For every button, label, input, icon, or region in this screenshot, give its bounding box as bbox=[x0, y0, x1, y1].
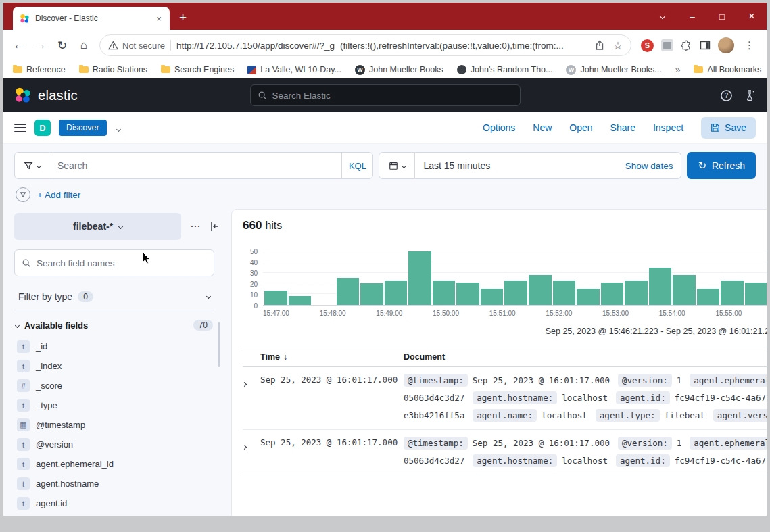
field-type-icon: t bbox=[17, 340, 30, 353]
field-item[interactable]: tagent.name bbox=[14, 513, 220, 516]
space-badge[interactable]: D bbox=[34, 120, 51, 136]
available-fields-count: 70 bbox=[193, 320, 213, 331]
global-search-input[interactable] bbox=[272, 91, 513, 101]
field-name-badge: @timestamp: bbox=[404, 374, 468, 387]
menu-hamburger-icon[interactable] bbox=[14, 124, 26, 132]
appbar-link-new[interactable]: New bbox=[533, 122, 552, 133]
data-view-selector[interactable]: filebeat-* bbox=[14, 213, 181, 240]
extension-icon[interactable] bbox=[661, 39, 673, 51]
time-range-value[interactable]: Last 15 minutes bbox=[423, 160, 490, 171]
home-icon[interactable]: ⌂ bbox=[74, 35, 94, 55]
field-item[interactable]: t@version bbox=[14, 435, 220, 454]
field-name-badge: agent.name: bbox=[473, 409, 537, 422]
save-button[interactable]: Save bbox=[701, 117, 756, 139]
bookmark-item[interactable]: WJohn Mueller Books... bbox=[566, 65, 661, 75]
security-chip[interactable]: Not secure bbox=[108, 41, 165, 51]
x-axis: 15:47:0015:48:0015:49:0015:50:0015:51:00… bbox=[263, 310, 767, 317]
appbar-link-inspect[interactable]: Inspect bbox=[653, 122, 683, 133]
sort-descending-icon[interactable]: ↓ bbox=[283, 352, 287, 362]
bookmark-item[interactable]: John's Random Tho... bbox=[457, 65, 553, 75]
documents-table: Time ↓ Document Sep 25, 2023 @ 16:01:17.… bbox=[243, 347, 767, 475]
field-type-icon: t bbox=[17, 438, 30, 451]
browser-window: Discover - Elastic × + – □ × ← → ↻ ⌂ Not… bbox=[3, 3, 767, 516]
appbar-link-open[interactable]: Open bbox=[569, 122, 592, 133]
extensions-puzzle-icon[interactable] bbox=[681, 40, 692, 51]
field-item[interactable]: tagent.hostname bbox=[14, 474, 220, 493]
field-item[interactable]: #_score bbox=[14, 376, 220, 395]
field-item[interactable]: tagent.ephemeral_id bbox=[14, 454, 220, 474]
histogram-bar bbox=[745, 283, 767, 305]
elastic-logo[interactable]: elastic bbox=[14, 87, 78, 104]
new-tab-button[interactable]: + bbox=[179, 11, 187, 24]
global-search[interactable] bbox=[250, 84, 521, 106]
field-item[interactable]: tagent.id bbox=[14, 493, 220, 513]
date-picker-menu-button[interactable] bbox=[379, 152, 415, 179]
bookmark-item[interactable]: La Valle, WI 10-Day... bbox=[247, 65, 341, 75]
weather-site-icon bbox=[247, 66, 256, 74]
security-label: Not secure bbox=[122, 41, 165, 51]
bookmarks-overflow-icon[interactable]: » bbox=[675, 64, 681, 75]
expand-row-button[interactable] bbox=[243, 372, 260, 425]
expand-row-button[interactable] bbox=[243, 435, 260, 470]
filter-row: + Add filter bbox=[14, 187, 756, 202]
bookmark-item[interactable]: Search Engines bbox=[161, 65, 234, 75]
alerts-icon[interactable] bbox=[744, 89, 756, 101]
column-header-time[interactable]: Time ↓ bbox=[260, 352, 404, 362]
forward-icon[interactable]: → bbox=[30, 35, 51, 55]
bookmarks-items: ReferenceRadio StationsSearch EnginesLa … bbox=[13, 65, 662, 75]
field-value: Sep 25, 2023 @ 16:01:17.000 bbox=[473, 375, 610, 385]
add-filter-link[interactable]: + Add filter bbox=[37, 190, 80, 200]
collapse-sidebar-icon[interactable] bbox=[210, 221, 220, 232]
available-fields-header[interactable]: Available fields 70 bbox=[14, 320, 214, 331]
browser-menu-icon[interactable]: ⋮ bbox=[742, 39, 757, 51]
bookmarks-bar: ReferenceRadio StationsSearch EnginesLa … bbox=[3, 61, 767, 78]
bookmark-item[interactable]: WJohn Mueller Books bbox=[355, 65, 443, 75]
field-item[interactable]: t_id bbox=[14, 337, 220, 356]
tab-close-icon[interactable]: × bbox=[153, 14, 164, 24]
filter-circle-icon[interactable] bbox=[16, 187, 30, 202]
breadcrumb-chevron-icon[interactable] bbox=[117, 122, 120, 134]
back-icon[interactable]: ← bbox=[9, 35, 29, 55]
query-input[interactable] bbox=[49, 160, 341, 171]
extension-s-icon[interactable]: S bbox=[641, 39, 654, 52]
field-item[interactable]: ▦@timestamp bbox=[14, 415, 220, 435]
field-search-input[interactable] bbox=[37, 258, 207, 268]
browser-tab[interactable]: Discover - Elastic × bbox=[13, 7, 170, 30]
histogram-bar bbox=[264, 291, 287, 305]
reload-icon[interactable]: ↻ bbox=[52, 35, 72, 55]
bookmark-star-icon[interactable]: ☆ bbox=[613, 39, 623, 52]
side-panel-icon[interactable] bbox=[700, 40, 711, 51]
hits-row: 660 hits Chart options bbox=[243, 219, 767, 233]
query-language-button[interactable]: KQL bbox=[341, 153, 372, 178]
help-icon[interactable]: ? bbox=[720, 89, 733, 102]
histogram-bar bbox=[625, 281, 648, 305]
column-header-document[interactable]: Document bbox=[404, 352, 445, 362]
field-item[interactable]: t_type bbox=[14, 395, 220, 415]
bookmark-item[interactable]: Reference bbox=[13, 65, 66, 75]
appbar-link-options[interactable]: Options bbox=[483, 122, 515, 133]
profile-avatar[interactable] bbox=[718, 37, 734, 53]
appbar-link-share[interactable]: Share bbox=[610, 122, 635, 133]
filter-by-type[interactable]: Filter by type 0 bbox=[14, 283, 214, 310]
field-item[interactable]: t_index bbox=[14, 356, 220, 376]
share-icon[interactable] bbox=[594, 40, 605, 51]
field-options-icon[interactable]: ⋯ bbox=[190, 220, 201, 233]
breadcrumb-discover[interactable]: Discover bbox=[59, 120, 107, 136]
window-maximize-button[interactable]: □ bbox=[707, 3, 737, 30]
sidebar-scrollbar[interactable] bbox=[218, 322, 220, 367]
tab-search-chevron-icon[interactable] bbox=[648, 3, 677, 30]
window-minimize-button[interactable]: – bbox=[677, 3, 707, 30]
query-input-box[interactable]: KQL bbox=[49, 152, 373, 179]
all-bookmarks[interactable]: All Bookmarks bbox=[694, 65, 761, 74]
field-search-box[interactable] bbox=[14, 249, 214, 276]
show-dates-link[interactable]: Show dates bbox=[625, 161, 673, 171]
y-axis-label: 30 bbox=[250, 270, 258, 277]
window-close-button[interactable]: × bbox=[737, 3, 767, 30]
address-bar[interactable]: Not secure http://172.105.7.150/app/disc… bbox=[99, 34, 631, 56]
field-name: @version bbox=[36, 439, 73, 450]
bookmark-item[interactable]: Radio Stations bbox=[79, 65, 147, 75]
elastic-header: elastic ? bbox=[3, 78, 767, 112]
saved-query-menu-button[interactable] bbox=[14, 152, 49, 179]
time-range-display[interactable]: Last 15 minutes Show dates bbox=[415, 152, 681, 179]
refresh-button[interactable]: ↻ Refresh bbox=[687, 152, 756, 179]
